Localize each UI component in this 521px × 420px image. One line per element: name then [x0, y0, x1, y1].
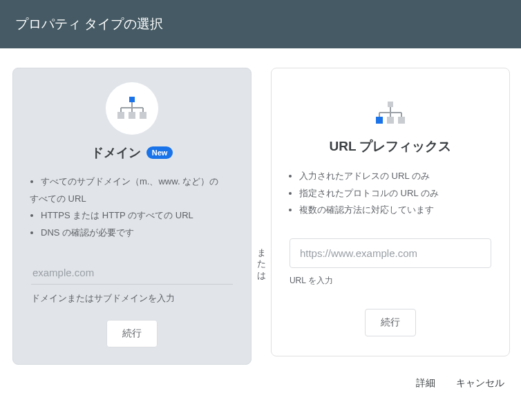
- domain-card-title: ドメイン: [91, 144, 141, 161]
- list-item: 複数の確認方法に対応しています: [299, 202, 495, 219]
- svg-rect-7: [129, 112, 135, 119]
- url-continue-button[interactable]: 続行: [365, 309, 416, 336]
- svg-rect-15: [376, 117, 383, 124]
- divider-or-label: または: [254, 247, 268, 283]
- url-hierarchy-icon: [375, 102, 406, 125]
- dialog-title: プロパティ タイプの選択: [15, 15, 163, 33]
- url-card-title-row: URL プレフィックス: [330, 137, 452, 155]
- svg-rect-9: [388, 102, 393, 107]
- domain-hierarchy-icon: [106, 82, 158, 135]
- url-card-title: URL プレフィックス: [330, 137, 452, 155]
- svg-rect-16: [387, 117, 394, 124]
- list-item: 指定されたプロトコルの URL のみ: [299, 185, 495, 202]
- domain-card-title-row: ドメイン New: [91, 144, 173, 161]
- url-input[interactable]: [290, 238, 491, 268]
- details-link[interactable]: 詳細: [416, 377, 435, 390]
- list-item: HTTPS または HTTP のすべての URL: [41, 207, 237, 225]
- domain-continue-button[interactable]: 続行: [106, 320, 158, 347]
- svg-rect-0: [129, 97, 135, 102]
- dialog-footer: 詳細 キャンセル: [0, 365, 521, 390]
- list-item: DNS の確認が必要です: [41, 225, 237, 242]
- domain-input-helper: ドメインまたはサブドメインを入力: [31, 293, 233, 305]
- domain-property-card[interactable]: ドメイン New すべてのサブドメイン（m.、www. など）の すべての UR…: [12, 68, 252, 365]
- dialog-header: プロパティ タイプの選択: [0, 0, 521, 48]
- url-bullet-list: 入力されたアドレスの URL のみ 指定されたプロトコルの URL のみ 複数の…: [276, 168, 505, 219]
- svg-rect-17: [398, 117, 405, 124]
- domain-input[interactable]: [31, 261, 233, 285]
- svg-rect-6: [117, 112, 124, 119]
- list-item: 入力されたアドレスの URL のみ: [299, 168, 495, 185]
- content-area: ドメイン New すべてのサブドメイン（m.、www. など）の すべての UR…: [0, 48, 521, 365]
- list-item: すべての URL: [30, 191, 237, 208]
- svg-rect-8: [140, 112, 146, 119]
- domain-bullet-list: すべてのサブドメイン（m.、www. など）の すべての URL HTTPS ま…: [17, 173, 247, 242]
- new-badge: New: [146, 146, 173, 159]
- url-input-helper: URL を入力: [290, 275, 491, 287]
- cancel-button[interactable]: キャンセル: [456, 377, 504, 390]
- url-prefix-property-card[interactable]: URL プレフィックス 入力されたアドレスの URL のみ 指定されたプロトコル…: [271, 68, 510, 356]
- list-item: すべてのサブドメイン（m.、www. など）の: [41, 173, 237, 191]
